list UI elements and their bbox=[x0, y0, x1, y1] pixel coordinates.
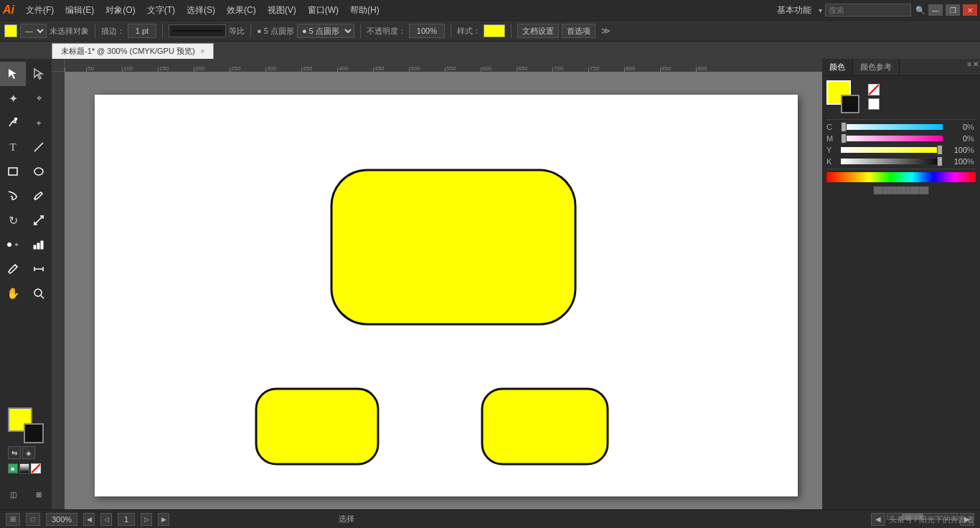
ruler-tick-850: 850 bbox=[660, 65, 696, 72]
ruler-tick-800: 800 bbox=[624, 65, 660, 72]
restore-button[interactable]: ❐ bbox=[946, 4, 960, 16]
tool-row-6 bbox=[0, 184, 52, 208]
measure-tool[interactable] bbox=[26, 257, 52, 281]
small-right-rounded-rect[interactable] bbox=[482, 389, 608, 464]
scale-tool[interactable] bbox=[26, 208, 52, 232]
swap-colors-button[interactable]: ⇆ bbox=[8, 446, 21, 459]
document-tab[interactable]: 未标题-1* @ 300% (CMYK/GPU 预览) × bbox=[52, 43, 214, 59]
line-tool[interactable] bbox=[26, 135, 52, 159]
screen-mode-button[interactable]: ⊞ bbox=[26, 482, 52, 506]
panel-stroke-swatch[interactable] bbox=[841, 95, 859, 113]
rect-tool[interactable] bbox=[0, 159, 26, 184]
black-slider[interactable] bbox=[841, 159, 943, 164]
ruler-tick-600: 600 bbox=[481, 65, 517, 72]
zoom-input[interactable]: 300% bbox=[46, 513, 77, 526]
search-icon[interactable]: 🔍 bbox=[915, 6, 925, 15]
rotate-tool[interactable]: ↻ bbox=[0, 208, 26, 232]
scroll-thumb[interactable] bbox=[902, 514, 923, 519]
search-input[interactable] bbox=[825, 4, 911, 16]
opacity-input[interactable] bbox=[409, 24, 445, 38]
svg-point-15 bbox=[34, 289, 42, 296]
stroke-style-select[interactable]: — bbox=[20, 24, 47, 38]
color-tab[interactable]: 颜色 bbox=[822, 59, 853, 75]
small-left-rounded-rect[interactable] bbox=[256, 389, 378, 464]
menu-window[interactable]: 窗口(W) bbox=[302, 0, 344, 20]
panel-menu-button[interactable]: ≡ bbox=[967, 60, 971, 74]
artboard-info-button[interactable]: ⊞ bbox=[6, 513, 20, 526]
panel-no-color-icon[interactable] bbox=[868, 84, 880, 95]
pencil-tool[interactable] bbox=[26, 184, 52, 208]
horizontal-scrollbar[interactable] bbox=[887, 513, 958, 520]
rainbow-color-picker[interactable] bbox=[826, 172, 976, 182]
direct-select-tool[interactable] bbox=[26, 62, 52, 86]
pen-tool[interactable] bbox=[0, 110, 26, 135]
paintbrush-tool[interactable] bbox=[0, 184, 26, 208]
draw-mode-button[interactable]: ◫ bbox=[0, 482, 26, 506]
menu-effect[interactable]: 效果(C) bbox=[221, 0, 262, 20]
ruler-tick-900: 900 bbox=[696, 65, 732, 72]
close-button[interactable]: ✕ bbox=[963, 4, 977, 16]
color-mode-button[interactable]: ■ bbox=[8, 463, 18, 473]
ellipse-tool[interactable] bbox=[26, 159, 52, 184]
column-graph-tool[interactable] bbox=[26, 232, 52, 257]
cyan-slider[interactable] bbox=[841, 124, 943, 130]
view-info-button[interactable]: □ bbox=[26, 513, 40, 526]
scroll-left-button[interactable]: ◀ bbox=[871, 513, 885, 526]
next-page-button-2[interactable]: ▶ bbox=[158, 513, 169, 526]
select-tool[interactable] bbox=[0, 62, 26, 86]
fill-color-swatch[interactable] bbox=[4, 24, 17, 37]
menu-view[interactable]: 视图(V) bbox=[262, 0, 302, 20]
eyedropper-tool[interactable] bbox=[0, 257, 26, 281]
menu-object[interactable]: 对象(O) bbox=[100, 0, 141, 20]
page-number-input[interactable]: 1 bbox=[118, 513, 135, 526]
yellow-slider[interactable] bbox=[841, 147, 943, 153]
menu-edit[interactable]: 编辑(E) bbox=[60, 0, 100, 20]
default-colors-button[interactable]: ◈ bbox=[22, 446, 35, 459]
lasso-tool[interactable]: ⌖ bbox=[26, 86, 52, 110]
color-guide-tab[interactable]: 颜色参考 bbox=[853, 59, 900, 75]
type-tool[interactable]: T bbox=[0, 135, 26, 159]
canvas-area[interactable]: 50 100 150 200 250 300 350 400 450 500 5… bbox=[52, 59, 822, 509]
zoom-tool[interactable] bbox=[26, 281, 52, 306]
divider-2 bbox=[162, 24, 163, 38]
panel-white-swatch[interactable] bbox=[868, 98, 880, 110]
panel-divider-1 bbox=[826, 119, 976, 120]
style-label: 样式： bbox=[457, 26, 481, 37]
hand-tool[interactable]: ✋ bbox=[0, 281, 26, 306]
panel-bottom-text: ████████████ bbox=[874, 187, 929, 194]
prefs-button[interactable]: 首选项 bbox=[562, 24, 595, 38]
doc-settings-button[interactable]: 文档设置 bbox=[517, 24, 559, 38]
blend-tool[interactable] bbox=[0, 232, 26, 257]
large-rounded-rect[interactable] bbox=[331, 170, 575, 324]
gradient-mode-button[interactable] bbox=[19, 463, 29, 473]
extras-icon[interactable]: ≫ bbox=[601, 26, 611, 36]
magic-wand-tool[interactable]: ✦ bbox=[0, 86, 26, 110]
stroke-value-input[interactable] bbox=[128, 24, 156, 38]
panel-divider-2 bbox=[826, 169, 976, 169]
tab-close-button[interactable]: × bbox=[201, 47, 205, 55]
prev-page-button-2[interactable]: ◁ bbox=[100, 513, 112, 526]
scroll-right-button[interactable]: ▶ bbox=[960, 513, 974, 526]
menu-select[interactable]: 选择(S) bbox=[181, 0, 221, 20]
menu-file[interactable]: 文件(F) bbox=[20, 0, 60, 20]
workspace-label[interactable]: 基本功能 bbox=[773, 4, 816, 16]
color-stack bbox=[8, 407, 44, 443]
svg-line-11 bbox=[15, 265, 17, 267]
minimize-button[interactable]: — bbox=[928, 4, 943, 16]
menu-type[interactable]: 文字(T) bbox=[141, 0, 181, 20]
menu-help[interactable]: 帮助(H) bbox=[344, 0, 385, 20]
cyan-value: 0 bbox=[946, 123, 967, 131]
panel-close-button[interactable]: ✕ bbox=[973, 60, 979, 74]
points-select[interactable]: ● 5 点圆形 bbox=[297, 24, 354, 38]
stroke-swatch[interactable] bbox=[24, 423, 44, 443]
next-page-button[interactable]: ▷ bbox=[141, 513, 152, 526]
add-anchor-tool[interactable]: + bbox=[26, 110, 52, 135]
no-color-button[interactable] bbox=[31, 463, 41, 473]
style-color-swatch[interactable] bbox=[484, 24, 505, 37]
workspace-dropdown-icon[interactable]: ▾ bbox=[819, 6, 822, 14]
prev-page-button[interactable]: ◀ bbox=[83, 513, 95, 526]
magenta-slider[interactable] bbox=[841, 136, 943, 141]
left-toolbar: ✦ ⌖ + T bbox=[0, 59, 52, 509]
svg-line-5 bbox=[36, 217, 42, 223]
ruler-tick-650: 650 bbox=[517, 65, 552, 72]
